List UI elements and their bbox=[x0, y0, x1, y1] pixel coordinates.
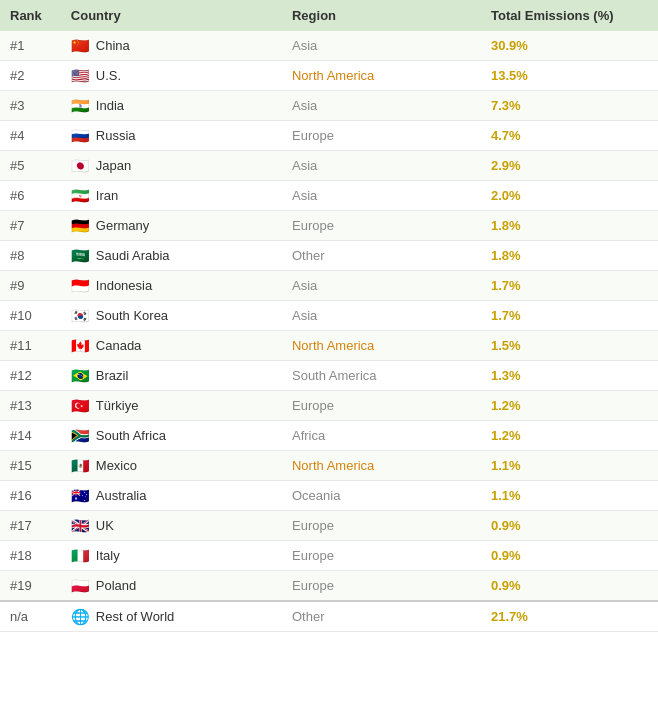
emissions-cell: 0.9% bbox=[481, 511, 658, 541]
country-flag: 🇵🇱 bbox=[71, 578, 90, 593]
region-cell: Europe bbox=[282, 511, 481, 541]
emissions-cell: 2.9% bbox=[481, 151, 658, 181]
country-name: Brazil bbox=[96, 368, 129, 383]
emissions-cell: 1.2% bbox=[481, 421, 658, 451]
country-flag: 🇧🇷 bbox=[71, 368, 90, 383]
region-cell: Asia bbox=[282, 31, 481, 61]
region-cell: Other bbox=[282, 601, 481, 632]
emissions-cell: 21.7% bbox=[481, 601, 658, 632]
country-flag: 🇷🇺 bbox=[71, 128, 90, 143]
table-header-row: Rank Country Region Total Emissions (%) bbox=[0, 0, 658, 31]
country-name: South Korea bbox=[96, 308, 168, 323]
country-cell: 🇩🇪 Germany bbox=[61, 211, 282, 241]
emissions-cell: 1.2% bbox=[481, 391, 658, 421]
table-row: #16 🇦🇺 Australia Oceania 1.1% bbox=[0, 481, 658, 511]
country-name: U.S. bbox=[96, 68, 121, 83]
rank-header: Rank bbox=[0, 0, 61, 31]
emissions-cell: 30.9% bbox=[481, 31, 658, 61]
rank-cell: #12 bbox=[0, 361, 61, 391]
region-cell: Asia bbox=[282, 181, 481, 211]
country-header: Country bbox=[61, 0, 282, 31]
region-cell: North America bbox=[282, 331, 481, 361]
rank-cell: n/a bbox=[0, 601, 61, 632]
table-row: #1 🇨🇳 China Asia 30.9% bbox=[0, 31, 658, 61]
table-row: #5 🇯🇵 Japan Asia 2.9% bbox=[0, 151, 658, 181]
region-cell: Asia bbox=[282, 151, 481, 181]
emissions-cell: 1.1% bbox=[481, 451, 658, 481]
country-flag: 🇯🇵 bbox=[71, 158, 90, 173]
country-flag: 🇮🇹 bbox=[71, 548, 90, 563]
country-cell: 🇧🇷 Brazil bbox=[61, 361, 282, 391]
country-name: China bbox=[96, 38, 130, 53]
region-header: Region bbox=[282, 0, 481, 31]
country-cell: 🇷🇺 Russia bbox=[61, 121, 282, 151]
rank-cell: #7 bbox=[0, 211, 61, 241]
country-cell: 🇵🇱 Poland bbox=[61, 571, 282, 602]
rank-cell: #1 bbox=[0, 31, 61, 61]
region-cell: North America bbox=[282, 61, 481, 91]
emissions-cell: 1.7% bbox=[481, 271, 658, 301]
country-name: India bbox=[96, 98, 124, 113]
table-row: #6 🇮🇷 Iran Asia 2.0% bbox=[0, 181, 658, 211]
country-cell: 🇬🇧 UK bbox=[61, 511, 282, 541]
country-name: Rest of World bbox=[96, 609, 175, 624]
emissions-cell: 1.1% bbox=[481, 481, 658, 511]
country-name: Australia bbox=[96, 488, 147, 503]
table-row: #8 🇸🇦 Saudi Arabia Other 1.8% bbox=[0, 241, 658, 271]
table-row: #3 🇮🇳 India Asia 7.3% bbox=[0, 91, 658, 121]
table-row: #2 🇺🇸 U.S. North America 13.5% bbox=[0, 61, 658, 91]
table-footer-row: n/a 🌐 Rest of World Other 21.7% bbox=[0, 601, 658, 632]
region-cell: Europe bbox=[282, 211, 481, 241]
table-row: #11 🇨🇦 Canada North America 1.5% bbox=[0, 331, 658, 361]
emissions-cell: 0.9% bbox=[481, 571, 658, 602]
rank-cell: #10 bbox=[0, 301, 61, 331]
country-flag: 🇩🇪 bbox=[71, 218, 90, 233]
rank-cell: #2 bbox=[0, 61, 61, 91]
country-cell: 🇮🇹 Italy bbox=[61, 541, 282, 571]
country-name: Indonesia bbox=[96, 278, 152, 293]
rank-cell: #3 bbox=[0, 91, 61, 121]
country-cell: 🌐 Rest of World bbox=[61, 601, 282, 632]
country-name: Mexico bbox=[96, 458, 137, 473]
table-row: #9 🇮🇩 Indonesia Asia 1.7% bbox=[0, 271, 658, 301]
emissions-cell: 1.7% bbox=[481, 301, 658, 331]
country-flag: 🇸🇦 bbox=[71, 248, 90, 263]
emissions-cell: 1.3% bbox=[481, 361, 658, 391]
country-flag: 🇰🇷 bbox=[71, 308, 90, 323]
table-row: #12 🇧🇷 Brazil South America 1.3% bbox=[0, 361, 658, 391]
region-cell: Other bbox=[282, 241, 481, 271]
table-row: #7 🇩🇪 Germany Europe 1.8% bbox=[0, 211, 658, 241]
country-cell: 🇲🇽 Mexico bbox=[61, 451, 282, 481]
emissions-cell: 4.7% bbox=[481, 121, 658, 151]
country-cell: 🇿🇦 South Africa bbox=[61, 421, 282, 451]
country-cell: 🇸🇦 Saudi Arabia bbox=[61, 241, 282, 271]
emissions-cell: 2.0% bbox=[481, 181, 658, 211]
region-cell: Asia bbox=[282, 301, 481, 331]
emissions-cell: 0.9% bbox=[481, 541, 658, 571]
country-flag: 🇨🇦 bbox=[71, 338, 90, 353]
country-name: Russia bbox=[96, 128, 136, 143]
table-row: #18 🇮🇹 Italy Europe 0.9% bbox=[0, 541, 658, 571]
country-cell: 🇦🇺 Australia bbox=[61, 481, 282, 511]
country-name: Saudi Arabia bbox=[96, 248, 170, 263]
country-name: Germany bbox=[96, 218, 149, 233]
country-flag: 🇮🇩 bbox=[71, 278, 90, 293]
rank-cell: #4 bbox=[0, 121, 61, 151]
emissions-cell: 1.5% bbox=[481, 331, 658, 361]
country-name: Poland bbox=[96, 578, 136, 593]
region-cell: Oceania bbox=[282, 481, 481, 511]
country-cell: 🇮🇷 Iran bbox=[61, 181, 282, 211]
rank-cell: #5 bbox=[0, 151, 61, 181]
region-cell: Europe bbox=[282, 571, 481, 602]
emissions-table: Rank Country Region Total Emissions (%) … bbox=[0, 0, 658, 632]
table-row: #19 🇵🇱 Poland Europe 0.9% bbox=[0, 571, 658, 602]
emissions-header: Total Emissions (%) bbox=[481, 0, 658, 31]
rank-cell: #13 bbox=[0, 391, 61, 421]
country-flag: 🇦🇺 bbox=[71, 488, 90, 503]
country-name: Italy bbox=[96, 548, 120, 563]
country-flag: 🇹🇷 bbox=[71, 398, 90, 413]
country-flag: 🇮🇷 bbox=[71, 188, 90, 203]
rank-cell: #11 bbox=[0, 331, 61, 361]
country-cell: 🇹🇷 Türkiye bbox=[61, 391, 282, 421]
rank-cell: #18 bbox=[0, 541, 61, 571]
